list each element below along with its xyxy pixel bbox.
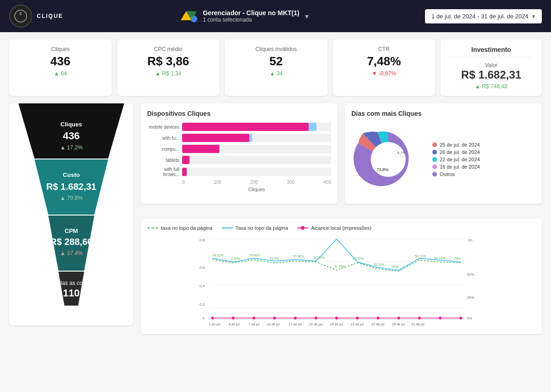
content-area: Cliques 436 ▲ 17.2% Custo R$ 1.682,31 ▲ … bbox=[9, 103, 542, 334]
svg-point-43 bbox=[335, 317, 338, 319]
svg-text:436: 436 bbox=[63, 130, 80, 142]
svg-text:4 de jul.: 4 de jul. bbox=[229, 322, 241, 326]
svg-text:53,13%: 53,13% bbox=[314, 256, 325, 259]
bar-track-brows bbox=[182, 168, 331, 176]
line-chart-area: 0,8 0,6 0,4 0,2 0 10... 50% 25% 0% bbox=[147, 234, 535, 328]
svg-text:C: C bbox=[19, 12, 22, 15]
donut-container: 71,8% 6,7% 25 de jul. de 2024 bbox=[351, 123, 535, 198]
legend-dot-26jul bbox=[432, 150, 437, 154]
svg-point-46 bbox=[397, 317, 400, 319]
svg-text:71,8%: 71,8% bbox=[377, 167, 389, 172]
svg-text:22 de jul.: 22 de jul. bbox=[350, 322, 364, 326]
metric-invalid-change: 34 bbox=[234, 70, 318, 77]
line-chart-card: taxa no topo da página Taxa no topo da p… bbox=[141, 219, 542, 334]
metric-cliques-label: Cliques bbox=[18, 46, 103, 52]
svg-text:50%: 50% bbox=[467, 273, 474, 277]
svg-text:25%: 25% bbox=[467, 295, 474, 300]
legend-taxa-topo-2: Taxa no topo da página bbox=[222, 225, 288, 231]
header-center: Gerenciador - Clique no MKT(1) 1 conta s… bbox=[64, 8, 425, 24]
svg-text:0%: 0% bbox=[467, 316, 472, 320]
svg-text:0,8: 0,8 bbox=[200, 238, 205, 242]
devices-chart-title: Dispositivos Cliques bbox=[147, 110, 331, 117]
bar-track-withfu bbox=[182, 134, 331, 142]
metric-cliques: Cliques 436 64 bbox=[9, 40, 112, 96]
metric-cliques-change: 64 bbox=[18, 70, 103, 77]
legend-alcance: Alcance local (impressões) bbox=[297, 225, 371, 231]
svg-text:Todas as conv.: Todas as conv. bbox=[53, 280, 89, 286]
date-range-selector[interactable]: 1 de jul. de 2024 - 31 de jul. de 2024 ▾ bbox=[425, 9, 542, 23]
legend-label-22jul: 22 de jul. de 2024 bbox=[440, 157, 480, 162]
axis-300: 300 bbox=[287, 180, 295, 185]
legend-dot-25jul bbox=[432, 142, 437, 147]
svg-point-41 bbox=[294, 317, 297, 319]
legend-line-blue bbox=[222, 227, 233, 228]
investimento-value: R$ 1.682,31 bbox=[450, 68, 533, 81]
bar-row-compu: compu... bbox=[147, 145, 331, 153]
legend-dot-outros bbox=[432, 172, 437, 176]
bar-label-tablets: tablets bbox=[147, 158, 179, 163]
investimento-card: Investimento Valor R$ 1.682,31 R$ 746,40 bbox=[441, 40, 542, 96]
header-title: Gerenciador - Clique no MKT(1) 1 conta s… bbox=[203, 9, 299, 23]
svg-text:7 de jul.: 7 de jul. bbox=[248, 322, 260, 326]
svg-text:R$ 1.682,31: R$ 1.682,31 bbox=[46, 182, 97, 192]
line-chart-svg: 0,8 0,6 0,4 0,2 0 10... 50% 25% 0% bbox=[147, 234, 535, 326]
legend-label-alcance: Alcance local (impressões) bbox=[311, 225, 371, 231]
svg-text:0,59%: 0,59% bbox=[231, 257, 240, 260]
dias-chart-card: Dias com mais Cliques bbox=[345, 103, 542, 204]
metric-cpc-label: CPC médio bbox=[126, 46, 211, 52]
bar-label-withfu: with fu... bbox=[147, 136, 179, 141]
legend-label-outros: Outros bbox=[440, 171, 455, 177]
investimento-label: Valor bbox=[450, 62, 533, 68]
svg-text:▲ 79.8%: ▲ 79.8% bbox=[60, 195, 83, 201]
svg-text:58,71%: 58,71% bbox=[415, 255, 426, 258]
bar-label-mobile: mobile devices bbox=[147, 125, 179, 130]
svg-text:0,4: 0,4 bbox=[200, 284, 205, 288]
legend-label-16jul: 16 de jul. de 2024 bbox=[440, 164, 480, 170]
svg-text:19 de jul.: 19 de jul. bbox=[330, 322, 344, 326]
axis-100: 100 bbox=[213, 180, 221, 185]
bar-track-tablets bbox=[182, 156, 331, 164]
logo-icon: C bbox=[9, 5, 32, 28]
right-panel-inner: Dispositivos Cliques mobile devices bbox=[141, 103, 542, 334]
svg-text:0,2: 0,2 bbox=[200, 302, 205, 307]
svg-point-39 bbox=[253, 317, 255, 319]
svg-text:1 de jul.: 1 de jul. bbox=[209, 322, 221, 326]
legend-22jul: 22 de jul. de 2024 bbox=[432, 157, 480, 162]
bar-row-mobile: mobile devices bbox=[147, 123, 331, 131]
svg-point-44 bbox=[356, 317, 359, 319]
devices-bar-chart: mobile devices with fu... bbox=[147, 123, 331, 192]
metric-cpc-value: R$ 3,86 bbox=[126, 54, 211, 68]
svg-text:53,55%: 53,55% bbox=[353, 257, 364, 260]
legend-label-25jul: 25 de jul. de 2024 bbox=[440, 142, 480, 148]
svg-point-38 bbox=[232, 317, 235, 319]
axis-200: 200 bbox=[250, 180, 258, 185]
header-dropdown-icon[interactable]: ▾ bbox=[305, 12, 309, 21]
logo-text: CLIQUE bbox=[37, 13, 63, 19]
header-sub-title: 1 conta selecionada bbox=[203, 17, 299, 23]
funnel-panel: Cliques 436 ▲ 17.2% Custo R$ 1.682,31 ▲ … bbox=[9, 103, 133, 334]
svg-text:▲ 37.4%: ▲ 37.4% bbox=[60, 250, 83, 256]
svg-text:62,5%: 62,5% bbox=[270, 257, 279, 260]
donut-legend: 25 de jul. de 2024 26 de jul. de 2024 22… bbox=[432, 142, 480, 179]
svg-point-45 bbox=[377, 317, 379, 319]
svg-text:31,25%: 31,25% bbox=[334, 265, 345, 268]
bar-x-label: Cliques bbox=[147, 187, 331, 192]
header: C CLIQUE Gerenciador - Clique no MKT(1) … bbox=[0, 0, 551, 32]
legend-line-green bbox=[147, 227, 158, 228]
svg-point-49 bbox=[459, 317, 462, 319]
svg-text:75%: 75% bbox=[454, 257, 460, 260]
metric-invalid-value: 52 bbox=[234, 54, 318, 68]
charts-row: Dispositivos Cliques mobile devices bbox=[141, 103, 542, 204]
main-content: Cliques 436 64 CPC médio R$ 3,86 R$ 1,34… bbox=[0, 32, 551, 341]
right-panel: Dispositivos Cliques mobile devices bbox=[141, 103, 542, 334]
date-dropdown-icon: ▾ bbox=[532, 13, 535, 20]
legend-25jul: 25 de jul. de 2024 bbox=[432, 142, 480, 148]
date-range-text: 1 de jul. de 2024 - 31 de jul. de 2024 bbox=[431, 13, 528, 20]
google-ads-icon bbox=[181, 8, 197, 24]
legend-line-pink bbox=[297, 227, 308, 228]
svg-text:10 de jul.: 10 de jul. bbox=[267, 322, 281, 326]
bar-axis: 0 100 200 300 400 bbox=[147, 180, 331, 185]
svg-point-47 bbox=[418, 317, 421, 319]
svg-point-40 bbox=[273, 317, 276, 319]
svg-text:0,6: 0,6 bbox=[200, 266, 205, 270]
